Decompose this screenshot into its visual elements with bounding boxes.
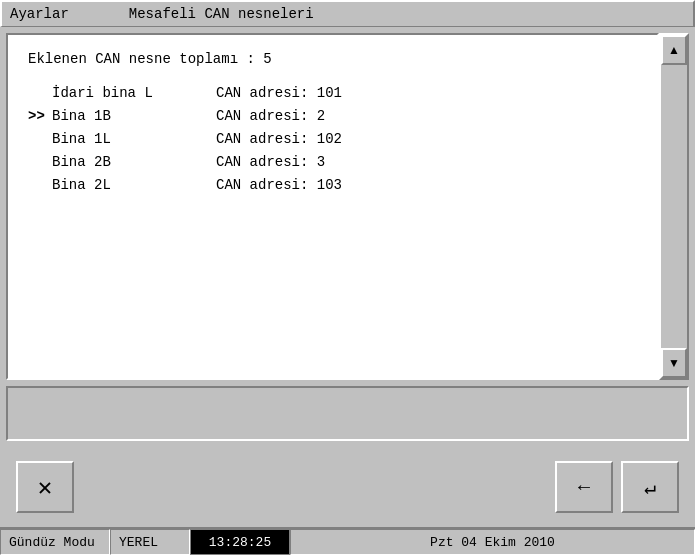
item-list: İdari bina LCAN adresi: 101>>Bina 1BCAN … <box>28 83 637 196</box>
scroll-up-button[interactable]: ▲ <box>661 35 687 65</box>
item-address: CAN adresi: 2 <box>216 106 637 127</box>
item-name: İdari bina L <box>52 83 212 104</box>
back-icon: ← <box>578 476 590 499</box>
item-name: Bina 1L <box>52 129 212 150</box>
status-time: 13:28:25 <box>190 529 290 555</box>
item-name: Bina 2B <box>52 152 212 173</box>
status-date: Pzt 04 Ekim 2010 <box>290 529 695 555</box>
status-locale: YEREL <box>110 529 190 555</box>
settings-menu[interactable]: Ayarlar <box>10 6 69 22</box>
item-marker: >> <box>28 106 48 127</box>
item-address: CAN adresi: 103 <box>216 175 637 196</box>
summary-text: Eklenen CAN nesne toplamı : 5 <box>28 51 637 67</box>
enter-icon: ↵ <box>644 475 656 500</box>
item-name: Bina 1B <box>52 106 212 127</box>
enter-button[interactable]: ↵ <box>621 461 679 513</box>
section-title: Mesafeli CAN nesneleri <box>129 6 314 22</box>
list-item[interactable]: Bina 2BCAN adresi: 3 <box>28 152 637 173</box>
scroll-track <box>661 65 687 348</box>
item-address: CAN adresi: 3 <box>216 152 637 173</box>
title-bar: Ayarlar Mesafeli CAN nesneleri <box>0 0 695 27</box>
empty-button-panel <box>6 386 689 441</box>
list-item[interactable]: İdari bina LCAN adresi: 101 <box>28 83 637 104</box>
button-row: ✕ ← ↵ <box>6 453 689 521</box>
right-buttons: ← ↵ <box>555 461 679 513</box>
scroll-up-icon: ▲ <box>668 43 680 57</box>
main-window: Ayarlar Mesafeli CAN nesneleri Eklenen C… <box>0 0 695 555</box>
item-address: CAN adresi: 102 <box>216 129 637 150</box>
item-address: CAN adresi: 101 <box>216 83 637 104</box>
status-bar: Gündüz Modu YEREL 13:28:25 Pzt 04 Ekim 2… <box>0 527 695 555</box>
back-button[interactable]: ← <box>555 461 613 513</box>
list-item[interactable]: Bina 1LCAN adresi: 102 <box>28 129 637 150</box>
content-area: Eklenen CAN nesne toplamı : 5 İdari bina… <box>6 33 689 380</box>
list-item[interactable]: Bina 2LCAN adresi: 103 <box>28 175 637 196</box>
scroll-bar: ▲ ▼ <box>659 33 689 380</box>
scroll-down-icon: ▼ <box>668 356 680 370</box>
main-content: Eklenen CAN nesne toplamı : 5 İdari bina… <box>0 27 695 527</box>
cancel-icon: ✕ <box>38 473 52 502</box>
list-item[interactable]: >>Bina 1BCAN adresi: 2 <box>28 106 637 127</box>
cancel-button[interactable]: ✕ <box>16 461 74 513</box>
list-panel: Eklenen CAN nesne toplamı : 5 İdari bina… <box>6 33 659 380</box>
scroll-down-button[interactable]: ▼ <box>661 348 687 378</box>
item-name: Bina 2L <box>52 175 212 196</box>
status-mode: Gündüz Modu <box>0 529 110 555</box>
